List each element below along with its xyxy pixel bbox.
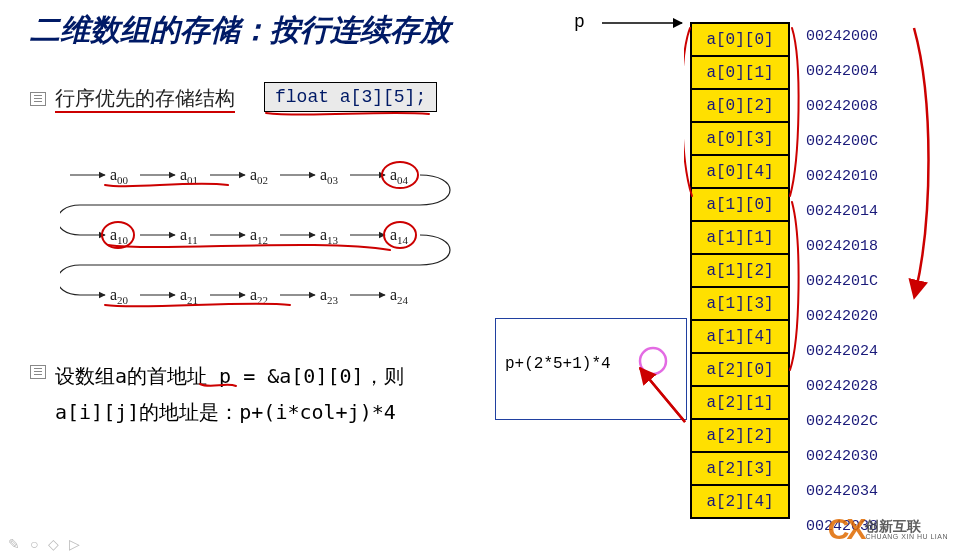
flow-a00: a00 [110,166,129,186]
flow-a20: a20 [110,286,129,306]
red-underline-p [198,380,238,392]
flow-row-1: a10 a11 a12 a13 a14 [110,226,409,246]
flow-a23: a23 [320,286,339,306]
flow-a03: a03 [320,166,339,186]
memory-annotations [684,20,954,550]
red-underline-row1 [108,245,390,250]
toolbar-icons: ✎ ○ ◇ ▷ [8,536,80,552]
flow-a14: a14 [390,226,409,246]
flow-a11: a11 [180,226,198,246]
flow-a21: a21 [180,286,198,306]
bullet-icon-2 [30,365,46,379]
toolbar-pencil-icon: ✎ [8,536,20,552]
logo-icon: CX [828,512,864,546]
bullet-icon [30,92,46,106]
flow-a13: a13 [320,226,339,246]
slide-title: 二维数组的存储：按行连续存放 [30,10,450,51]
flow-row-0: a00 a01 a02 a03 a04 [70,166,409,186]
pointer-label: p [574,12,585,32]
pointer-arrow [600,8,690,38]
flow-a12: a12 [250,226,268,246]
toolbar-circle-icon: ○ [30,536,38,552]
toolbar-diamond-icon: ◇ [48,536,59,552]
flow-a24: a24 [390,286,409,306]
address-text: 设数组a的首地址 p = &a[0][0]，则 a[i][j]的地址是：p+(i… [55,358,404,430]
logo-brand: 创新互联 [865,519,948,533]
watermark-logo: CX 创新互联 CHUANG XIN HU LIAN [828,512,948,546]
red-arrow-to-cell [630,362,710,442]
red-underline-code [264,110,434,120]
svg-line-16 [640,368,685,422]
flow-a02: a02 [250,166,268,186]
formula-text: p+(2*5+1)*4 [505,355,611,373]
toolbar-cursor-icon: ▷ [69,536,80,552]
flow-a04: a04 [390,166,409,186]
code-declaration: float a[3][5]; [264,82,437,112]
flow-a10: a10 [110,226,129,246]
subheading-storage: 行序优先的存储结构 [55,85,235,112]
storage-flow-diagram: a00 a01 a02 a03 a04 a10 a11 a12 a13 a14 … [60,150,480,350]
subheading-text: 行序优先的存储结构 [55,87,235,113]
logo-subtext: CHUANG XIN HU LIAN [865,533,948,540]
address-line2: a[i][j]的地址是：p+(i*col+j)*4 [55,400,396,424]
